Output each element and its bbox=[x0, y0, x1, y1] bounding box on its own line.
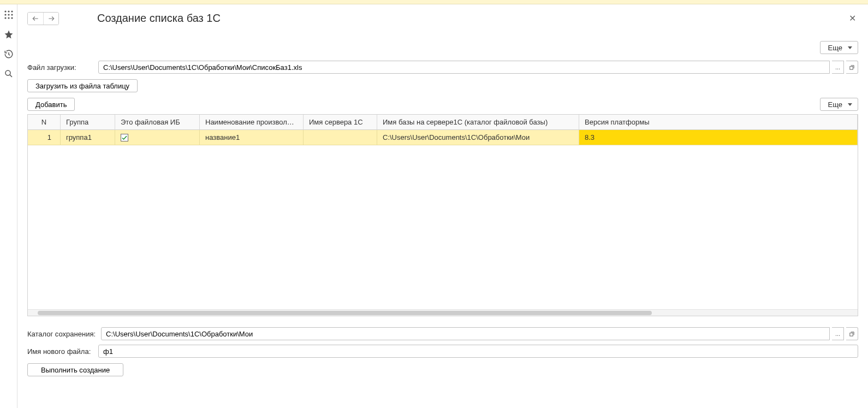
save-dir-label: Каталог сохранения: bbox=[27, 330, 99, 338]
page-title: Создание списка баз 1С bbox=[97, 12, 847, 25]
col-group[interactable]: Группа bbox=[61, 115, 115, 130]
checkbox-checked-icon bbox=[121, 134, 128, 141]
more-button-top[interactable]: Еще bbox=[820, 41, 858, 54]
load-from-file-button[interactable]: Загрузить из файла таблицу bbox=[27, 79, 138, 92]
more-button-label: Еще bbox=[828, 44, 842, 52]
svg-point-2 bbox=[11, 10, 13, 12]
table-header: N Группа Это файловая ИБ Наименование пр… bbox=[28, 115, 858, 130]
col-server[interactable]: Имя сервера 1С bbox=[304, 115, 377, 130]
svg-point-1 bbox=[8, 10, 9, 12]
svg-point-7 bbox=[8, 17, 9, 19]
more-button-label: Еще bbox=[828, 100, 842, 109]
open-external-icon[interactable] bbox=[846, 61, 858, 74]
star-icon[interactable] bbox=[4, 29, 14, 39]
col-is-file[interactable]: Это файловая ИБ bbox=[115, 115, 200, 130]
data-table: N Группа Это файловая ИБ Наименование пр… bbox=[27, 114, 858, 316]
svg-point-4 bbox=[8, 14, 9, 15]
horizontal-scrollbar[interactable] bbox=[28, 309, 858, 316]
open-external-icon[interactable] bbox=[846, 327, 858, 340]
svg-point-5 bbox=[11, 14, 13, 15]
col-name[interactable]: Наименование произвольн... bbox=[200, 115, 304, 130]
upload-file-label: Файл загрузки: bbox=[27, 63, 96, 72]
history-icon[interactable] bbox=[4, 49, 14, 59]
svg-point-6 bbox=[4, 17, 6, 19]
cell-platform[interactable]: 8.3 bbox=[579, 130, 858, 145]
cell-name[interactable]: название1 bbox=[200, 130, 304, 145]
scrollbar-thumb[interactable] bbox=[38, 311, 652, 315]
search-icon[interactable] bbox=[4, 69, 14, 79]
svg-rect-13 bbox=[850, 66, 853, 69]
upload-file-input[interactable] bbox=[98, 61, 830, 74]
table-row[interactable]: 1 группа1 название1 C:\Users\User\Docume… bbox=[28, 130, 858, 145]
browse-button[interactable]: ... bbox=[832, 61, 844, 74]
svg-point-0 bbox=[4, 10, 6, 12]
chevron-down-icon bbox=[848, 103, 852, 106]
execute-button[interactable]: Выполнить создание bbox=[27, 363, 123, 376]
svg-point-3 bbox=[4, 14, 6, 15]
cell-group[interactable]: группа1 bbox=[61, 130, 115, 145]
apps-icon[interactable] bbox=[4, 10, 14, 20]
close-button[interactable]: ✕ bbox=[847, 11, 858, 26]
more-button-table[interactable]: Еще bbox=[820, 98, 858, 111]
nav-back-button[interactable] bbox=[28, 13, 43, 25]
svg-point-9 bbox=[5, 70, 10, 75]
svg-point-8 bbox=[11, 17, 13, 19]
left-rail bbox=[0, 4, 17, 408]
nav-forward-button[interactable] bbox=[43, 13, 58, 25]
cell-is-file[interactable] bbox=[115, 130, 200, 145]
cell-server[interactable] bbox=[304, 130, 377, 145]
cell-db[interactable]: C:\Users\User\Documents\1C\Обработки\Мои bbox=[377, 130, 579, 145]
cell-n[interactable]: 1 bbox=[28, 130, 61, 145]
save-dir-input[interactable] bbox=[101, 327, 830, 340]
new-file-input[interactable] bbox=[98, 345, 858, 358]
new-file-label: Имя нового файла: bbox=[27, 347, 96, 356]
col-platform[interactable]: Версия платформы bbox=[579, 115, 858, 130]
nav-buttons bbox=[27, 12, 59, 25]
add-button[interactable]: Добавить bbox=[27, 98, 75, 111]
notification-banner bbox=[0, 0, 868, 4]
svg-line-10 bbox=[9, 75, 11, 77]
col-db[interactable]: Имя базы на сервере1С (каталог файловой … bbox=[377, 115, 579, 130]
svg-rect-14 bbox=[850, 333, 853, 336]
browse-button[interactable]: ... bbox=[832, 327, 844, 340]
chevron-down-icon bbox=[848, 46, 852, 49]
col-n[interactable]: N bbox=[28, 115, 61, 130]
